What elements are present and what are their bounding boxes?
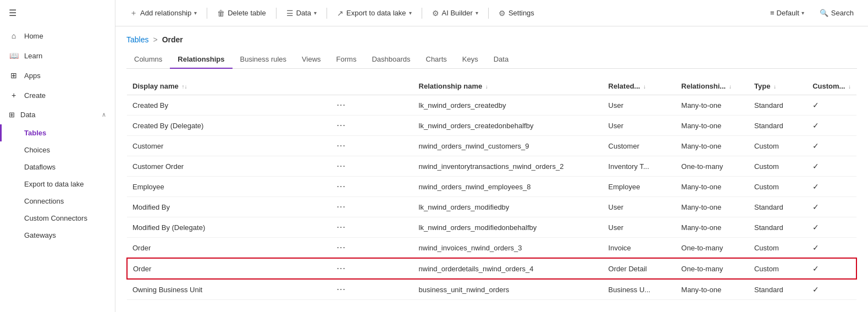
- cell-custom: ✓: [807, 197, 856, 217]
- sidebar-sub-item-tables[interactable]: Tables: [0, 124, 115, 141]
- tab-views[interactable]: Views: [294, 51, 328, 69]
- ai-builder-button[interactable]: ⚙ AI Builder ▾: [427, 6, 484, 21]
- cell-rel-type: Many-to-one: [676, 279, 749, 300]
- relationships-table: Display name ↑↓ Relationship name ↓ Rela…: [126, 78, 857, 300]
- sidebar-sub-item-custom-connectors[interactable]: Custom Connectors: [0, 210, 115, 227]
- table-row[interactable]: Owning Business Unit···business_unit_nwi…: [127, 279, 856, 300]
- tab-relationships[interactable]: Relationships: [170, 51, 232, 69]
- data-section-left: ⊞ Data: [9, 111, 35, 119]
- apps-icon: ⊞: [9, 71, 19, 80]
- cell-rel-name: lk_nwind_orders_createdby: [413, 95, 603, 116]
- cell-dots-menu[interactable]: ···: [331, 197, 413, 217]
- data-button[interactable]: ☰ Data ▾: [281, 6, 322, 21]
- cell-dots-menu[interactable]: ···: [331, 279, 413, 300]
- table-row[interactable]: Order···nwind_invoices_nwind_orders_3Inv…: [127, 238, 856, 259]
- table-row[interactable]: Modified By···lk_nwind_orders_modifiedby…: [127, 197, 856, 217]
- sidebar-sub-item-connections[interactable]: Connections: [0, 193, 115, 210]
- sort-icon-type: ↓: [773, 84, 776, 90]
- cell-related: Order Detail: [603, 258, 676, 279]
- sidebar-section-data[interactable]: ⊞ Data ∧: [0, 105, 115, 124]
- tab-columns[interactable]: Columns: [126, 51, 170, 69]
- tab-business-rules[interactable]: Business rules: [233, 51, 295, 69]
- home-icon: ⌂: [9, 31, 19, 40]
- cell-custom: ✓: [807, 238, 856, 259]
- table-row[interactable]: Order···nwind_orderdetails_nwind_orders_…: [127, 258, 856, 279]
- col-header-type[interactable]: Type ↓: [749, 78, 807, 95]
- cell-display-name: Modified By (Delegate): [127, 217, 331, 238]
- settings-icon: ⚙: [499, 9, 506, 18]
- hamburger-icon[interactable]: ☰: [0, 0, 115, 26]
- data-icon: ⊞: [9, 111, 15, 119]
- settings-button[interactable]: ⚙ Settings: [493, 6, 540, 21]
- cell-dots-menu[interactable]: ···: [331, 156, 413, 177]
- col-header-rel-type[interactable]: Relationshi... ↓: [676, 78, 749, 95]
- sidebar-item-apps[interactable]: ⊞ Apps: [0, 65, 115, 85]
- export-button[interactable]: ↗ Export to data lake ▾: [331, 6, 417, 21]
- cell-related: Customer: [603, 136, 676, 156]
- tables-label: Tables: [24, 129, 46, 137]
- toolbar: ＋ Add relationship ▾ 🗑 Delete table ☰ Da…: [115, 0, 868, 26]
- table-row[interactable]: Employee···nwind_orders_nwind_employees_…: [127, 177, 856, 197]
- breadcrumb: Tables > Order: [126, 35, 857, 44]
- table-row[interactable]: Modified By (Delegate)···lk_nwind_orders…: [127, 217, 856, 238]
- table-row[interactable]: Created By (Delegate)···lk_nwind_orders_…: [127, 116, 856, 136]
- sidebar-data-label: Data: [20, 111, 35, 119]
- col-header-display-name[interactable]: Display name ↑↓: [127, 78, 331, 95]
- default-button[interactable]: ≡ Default ▾: [765, 6, 810, 20]
- search-icon: 🔍: [820, 9, 828, 17]
- sidebar-sub-item-dataflows[interactable]: Dataflows: [0, 158, 115, 176]
- cell-custom: ✓: [807, 136, 856, 156]
- cell-related: Business U...: [603, 279, 676, 300]
- cell-dots-menu[interactable]: ···: [331, 258, 413, 279]
- cell-rel-name: nwind_orderdetails_nwind_orders_4: [413, 258, 603, 279]
- tab-forms[interactable]: Forms: [329, 51, 364, 69]
- cell-display-name: Owning Business Unit: [127, 279, 331, 300]
- tab-keys[interactable]: Keys: [455, 51, 486, 69]
- cell-dots-menu[interactable]: ···: [331, 136, 413, 156]
- sidebar-sub-item-gateways[interactable]: Gateways: [0, 227, 115, 244]
- col-header-rel-name[interactable]: Relationship name ↓: [413, 78, 603, 95]
- col-header-related[interactable]: Related... ↓: [603, 78, 676, 95]
- separator-5: [488, 8, 489, 19]
- sort-icon-custom: ↓: [848, 84, 851, 90]
- cell-type: Standard: [749, 197, 807, 217]
- table-row[interactable]: Customer Order···nwind_inventorytransact…: [127, 156, 856, 177]
- cell-type: Standard: [749, 217, 807, 238]
- tab-charts[interactable]: Charts: [418, 51, 455, 69]
- cell-custom: ✓: [807, 177, 856, 197]
- cell-display-name: Created By: [127, 95, 331, 116]
- custom-connectors-label: Custom Connectors: [24, 214, 87, 222]
- sidebar-item-learn[interactable]: 📖 Learn: [0, 46, 115, 65]
- cell-rel-name: lk_nwind_orders_createdonbehalfby: [413, 116, 603, 136]
- cell-dots-menu[interactable]: ···: [331, 95, 413, 116]
- delete-table-button[interactable]: 🗑 Delete table: [212, 6, 271, 21]
- search-button[interactable]: 🔍 Search: [814, 6, 859, 20]
- tab-dashboards[interactable]: Dashboards: [364, 51, 418, 69]
- table-row[interactable]: Created By···lk_nwind_orders_createdbyUs…: [127, 95, 856, 116]
- sidebar-item-home[interactable]: ⌂ Home: [0, 26, 115, 46]
- sort-icon-relname: ↓: [485, 84, 488, 90]
- cell-rel-type: Many-to-one: [676, 177, 749, 197]
- col-header-custom[interactable]: Custom... ↓: [807, 78, 856, 95]
- cell-type: Standard: [749, 279, 807, 300]
- cell-related: User: [603, 197, 676, 217]
- tab-data[interactable]: Data: [486, 51, 516, 69]
- cell-related: Inventory T...: [603, 156, 676, 177]
- table-row[interactable]: Customer···nwind_orders_nwind_customers_…: [127, 136, 856, 156]
- settings-label: Settings: [508, 9, 534, 17]
- cell-dots-menu[interactable]: ···: [331, 177, 413, 197]
- cell-rel-name: lk_nwind_orders_modifiedonbehalfby: [413, 217, 603, 238]
- default-chevron: ▾: [801, 10, 804, 16]
- cell-type: Custom: [749, 238, 807, 259]
- sidebar-sub-item-choices[interactable]: Choices: [0, 141, 115, 158]
- sort-icon-display: ↑↓: [181, 84, 187, 90]
- cell-dots-menu[interactable]: ···: [331, 238, 413, 259]
- sidebar-sub-item-export[interactable]: Export to data lake: [0, 176, 115, 193]
- sidebar-item-create[interactable]: + Create: [0, 85, 115, 105]
- cell-dots-menu[interactable]: ···: [331, 217, 413, 238]
- main-content: ＋ Add relationship ▾ 🗑 Delete table ☰ Da…: [115, 0, 868, 312]
- data-icon: ☰: [286, 9, 294, 18]
- breadcrumb-tables-link[interactable]: Tables: [126, 35, 148, 44]
- add-relationship-button[interactable]: ＋ Add relationship ▾: [124, 5, 202, 21]
- cell-dots-menu[interactable]: ···: [331, 116, 413, 136]
